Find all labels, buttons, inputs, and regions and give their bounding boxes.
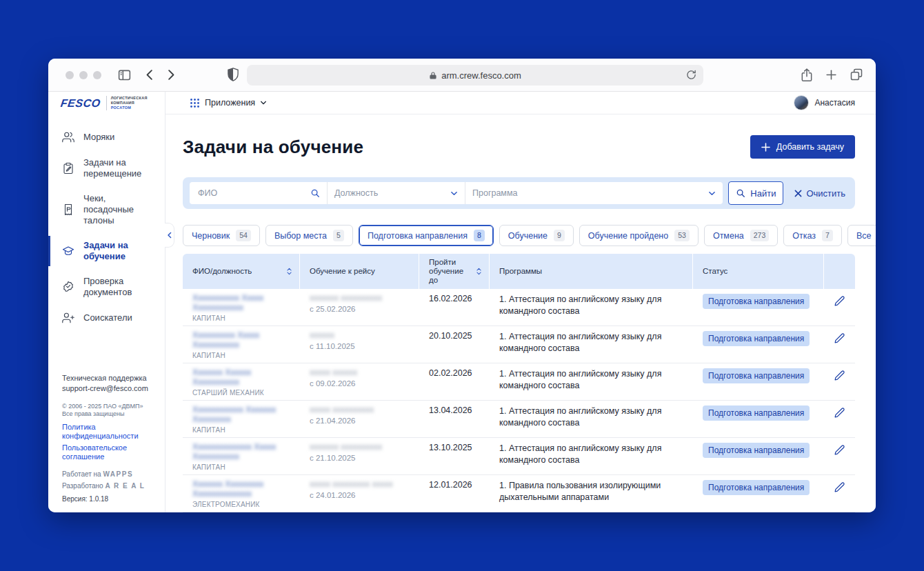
seafarer-name-link[interactable]: Хххххххххххххх Ххххх [192, 443, 290, 452]
sidebar: FESCO ЛОГИСТИЧЕСКАЯ КОМПАНИЯ РОСАТОМ Мор… [48, 92, 165, 512]
status-badge: Подготовка направления [703, 294, 810, 309]
column-header[interactable]: ФИО/должность [183, 254, 300, 289]
forward-icon[interactable] [164, 68, 177, 81]
filter-tab[interactable]: Отмена273 [704, 225, 778, 246]
edit-task-button[interactable] [834, 295, 845, 309]
pencil-icon [834, 407, 845, 419]
seafarer-name-link[interactable]: Хххххххххххх Ххххххх Ххххххххх [192, 405, 290, 424]
share-icon[interactable] [800, 68, 814, 83]
table-row: Ххххххх Хххххх ХххххххххххСТАРШИЙ МЕХАНИ… [183, 363, 855, 401]
filter-tab[interactable]: Все409 [847, 225, 876, 246]
powered-by: Работает на WAPPS [62, 470, 159, 478]
seafarer-name-link[interactable]: Ххххххххххх Ххххх [192, 294, 290, 303]
status-tabs: Черновик54Выбор места5Подготовка направл… [183, 225, 855, 246]
filter-tab[interactable]: Отказ7 [783, 225, 842, 246]
pencil-icon [834, 481, 845, 493]
logo[interactable]: FESCO ЛОГИСТИЧЕСКАЯ КОМПАНИЯ РОСАТОМ [48, 92, 165, 114]
privacy-shield-icon[interactable] [226, 67, 240, 82]
sidebar-item[interactable]: Соискатели [48, 305, 165, 331]
sidebar-item[interactable]: Проверка документов [48, 269, 165, 305]
support-email[interactable]: support-crew@fesco.com [62, 383, 159, 394]
window-controls[interactable] [66, 71, 101, 79]
edit-task-button[interactable] [834, 481, 845, 495]
filter-tab-count: 53 [674, 230, 690, 241]
seafarer-name-link[interactable]: Ххххххх Хххххх Ххххххххххх [192, 368, 290, 387]
address-bar[interactable]: arm.crew.fesco.com [247, 65, 703, 86]
apps-grid-icon [190, 98, 200, 108]
seafarer-role: СТАРШИЙ МЕХАНИК [192, 389, 290, 397]
seafarer-name-link[interactable]: Хххххххххххххх [192, 490, 290, 499]
filter-tab[interactable]: Подготовка направления8 [359, 225, 494, 246]
apps-menu-button[interactable]: Приложения [190, 98, 267, 108]
applicants-icon [62, 312, 74, 324]
filter-tab[interactable]: Обучение пройдено53 [579, 225, 699, 246]
voyage-start-date: с 21.10.2025 [310, 454, 410, 462]
reload-icon[interactable] [685, 69, 697, 83]
sidebar-nav: МорякиЗадачи на перемещениеЧеки, посадоч… [48, 124, 165, 331]
user-name: Анастасия [814, 98, 855, 108]
edit-task-button[interactable] [834, 332, 845, 346]
lock-icon [429, 71, 437, 80]
training-due-date: 13.10.2025 [429, 443, 480, 452]
voyage-start-date: с 25.02.2026 [310, 305, 410, 313]
add-task-button[interactable]: Добавить задачу [750, 135, 855, 159]
sailors-icon [62, 131, 74, 143]
sidebar-item[interactable]: Задачи на перемещение [48, 150, 165, 186]
developed-by: Разработано A R E A L [62, 482, 159, 490]
edit-task-button[interactable] [834, 407, 845, 421]
search-button[interactable]: Найти [728, 181, 783, 205]
filter-tab[interactable]: Выбор места5 [265, 225, 353, 246]
fio-search-field[interactable] [190, 182, 328, 204]
training-due-date: 16.02.2026 [429, 294, 480, 303]
sort-icon[interactable] [476, 267, 482, 276]
fesco-logo: FESCO [60, 97, 101, 110]
sidebar-item[interactable]: Чеки, посадочные талоны [48, 186, 165, 233]
minimize-window-icon[interactable] [79, 71, 88, 79]
program-item: 1. Аттестация по английскому языку для к… [499, 405, 683, 428]
voyage-vessel: ххххх хххххххххх [310, 405, 410, 414]
program-item: 1. Аттестация по английскому языку для к… [499, 331, 683, 354]
back-icon[interactable] [143, 68, 157, 81]
tabs-overview-icon[interactable] [850, 68, 863, 81]
terms-link[interactable]: Пользовательское соглашение [62, 443, 159, 461]
seafarer-name-link[interactable]: Ххххххх Ххххххххх [192, 480, 290, 490]
seafarer-name-link[interactable]: Ххххххххххх [192, 452, 290, 462]
table-row: Ххххххх ХххххххххХхххххххххххххЭЛЕКТРОМЕ… [183, 475, 855, 512]
sidebar-collapse-button[interactable] [165, 223, 174, 248]
training-tasks-icon [62, 245, 74, 257]
plus-icon [761, 143, 770, 152]
sidebar-item[interactable]: Задачи на обучение [48, 233, 165, 269]
program-item: 1. Аттестация по английскому языку для к… [499, 443, 683, 465]
privacy-policy-link[interactable]: Политика конфиденциальности [62, 423, 159, 441]
column-header[interactable]: Пройти обучение до [419, 254, 490, 289]
seafarer-name-link[interactable]: Хххххххххххх [192, 303, 290, 313]
sidebar-item[interactable]: Моряки [48, 124, 165, 150]
chevron-down-icon [708, 190, 716, 197]
voyage-vessel: ххххх ххххххххх ххххх [310, 480, 410, 489]
edit-task-button[interactable] [834, 370, 845, 383]
voyage-start-date: с 09.02.2026 [310, 379, 410, 388]
edit-task-button[interactable] [834, 444, 845, 458]
fio-search-input[interactable] [197, 188, 300, 199]
sidebar-toggle-icon[interactable] [117, 68, 132, 82]
zoom-window-icon[interactable] [93, 71, 101, 79]
filter-tab-count: 8 [474, 230, 485, 241]
filter-tab-label: Обучение пройдено [588, 231, 668, 241]
seafarer-name-link[interactable]: Хххххххххх Ххххх Ххххххххххх [192, 331, 290, 350]
status-badge: Подготовка направления [703, 331, 810, 346]
sort-icon[interactable] [286, 267, 292, 276]
close-window-icon[interactable] [66, 71, 74, 79]
clear-filters-button[interactable]: Очистить [792, 188, 848, 199]
filter-tab[interactable]: Черновик54 [183, 225, 260, 246]
browser-window: arm.crew.fesco.com FESCO ЛОГИСТИЧЕСКАЯ К… [48, 59, 876, 512]
user-menu[interactable]: Анастасия [794, 95, 855, 110]
program-select[interactable]: Программа [465, 182, 723, 204]
filter-tab-label: Выбор места [274, 231, 327, 241]
seafarer-role: КАПИТАН [192, 352, 290, 359]
position-select[interactable]: Должность [328, 182, 465, 204]
filter-tab[interactable]: Обучение9 [499, 225, 574, 246]
sidebar-footer: Техническая поддержка support-crew@fesco… [62, 373, 159, 503]
close-icon [794, 190, 802, 197]
training-tasks-table: ФИО/должностьОбучение к рейсуПройти обуч… [183, 254, 855, 512]
new-tab-icon[interactable] [825, 68, 838, 81]
